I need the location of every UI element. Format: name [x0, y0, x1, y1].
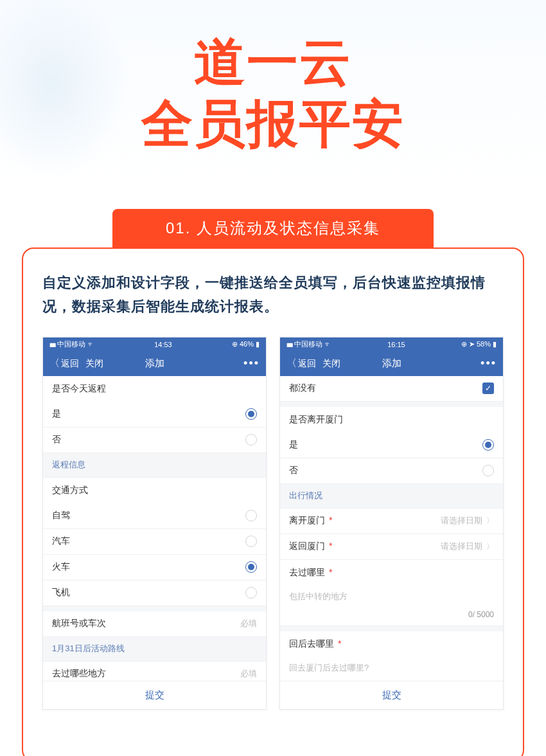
question-leave-xiamen: 是否离开厦门 — [280, 407, 503, 433]
hero-line1: 道一云 — [141, 32, 405, 93]
hero-title: 道一云 全员报平安 — [141, 32, 405, 155]
content-panel: 自定义添加和设计字段，一键推送给全员填写，后台快速监控填报情况，数据采集后智能生… — [22, 248, 524, 756]
carrier-label: 中国移动 ᯤ — [49, 339, 94, 349]
submit-button[interactable]: 提交 — [280, 681, 503, 709]
section-tab: 01. 人员流动及状态信息采集 — [112, 209, 434, 248]
chevron-left-icon: 〈 — [49, 357, 60, 370]
close-button[interactable]: 关闭 — [322, 358, 340, 370]
chevron-right-icon: 〉 — [486, 516, 494, 526]
checkbox-checked-icon: ✓ — [482, 382, 494, 394]
back-button[interactable]: 〈返回 — [49, 357, 79, 370]
status-bar: 中国移动 ᯤ 16:15 ⊕ ➤ 58% ▮ — [280, 338, 503, 352]
option-self-drive[interactable]: 自驾 — [43, 503, 266, 529]
section-intro: 自定义添加和设计字段，一键推送给全员填写，后台快速监控填报情况，数据采集后智能生… — [42, 271, 504, 319]
divider — [280, 626, 503, 631]
form-body: 都没有✓ 是否离开厦门 是 否 出行情况 离开厦门 *请选择日期〉 返回厦门 *… — [280, 376, 503, 681]
radio-icon — [482, 439, 494, 451]
phones-row: 中国移动 ᯤ 14:53 ⊕ 46% ▮ 〈返回 关闭 添加 ••• 是否今天返… — [42, 337, 504, 710]
where-visited-textarea[interactable]: 包括中转的地方 — [280, 586, 503, 606]
form-body: 是否今天返程 是 否 返程信息 交通方式 自驾 汽车 火车 飞机 航班号或车次必… — [43, 376, 266, 681]
radio-icon — [482, 465, 494, 476]
nav-bar: 〈返回 关闭 添加 ••• — [43, 352, 266, 376]
phone-right: 中国移动 ᯤ 16:15 ⊕ ➤ 58% ▮ 〈返回 关闭 添加 ••• 都没有… — [279, 337, 504, 710]
back-button[interactable]: 〈返回 — [286, 357, 316, 370]
clock: 16:15 — [387, 341, 405, 348]
after-return-textarea[interactable]: 回去厦门后去过哪里? — [280, 657, 503, 678]
radio-icon — [245, 408, 257, 420]
radio-icon — [245, 510, 257, 521]
chevron-right-icon: 〉 — [486, 541, 494, 552]
option-plane[interactable]: 飞机 — [43, 580, 266, 606]
divider — [280, 402, 503, 407]
clock: 14:53 — [154, 341, 172, 348]
char-counter: 0/ 5000 — [280, 606, 503, 626]
radio-icon — [245, 561, 257, 573]
hero-line2: 全员报平安 — [141, 93, 405, 155]
chevron-left-icon: 〈 — [286, 357, 297, 370]
section-return-info: 返程信息 — [43, 453, 266, 478]
divider — [43, 606, 266, 611]
option-none[interactable]: 都没有✓ — [280, 376, 503, 402]
radio-icon — [245, 587, 257, 598]
nav-bar: 〈返回 关闭 添加 ••• — [280, 352, 503, 376]
more-button[interactable]: ••• — [243, 357, 260, 370]
section-travel: 出行情况 — [280, 484, 503, 509]
option-no[interactable]: 否 — [280, 458, 503, 484]
option-train[interactable]: 火车 — [43, 555, 266, 580]
carrier-label: 中国移动 ᯤ — [286, 339, 331, 349]
option-yes[interactable]: 是 — [43, 402, 266, 428]
more-button[interactable]: ••• — [480, 357, 497, 370]
battery-label: ⊕ 46% ▮ — [232, 340, 260, 348]
submit-button[interactable]: 提交 — [43, 681, 266, 709]
question-return-today: 是否今天返程 — [43, 376, 266, 402]
radio-icon — [245, 434, 257, 446]
option-yes[interactable]: 是 — [280, 433, 503, 458]
battery-label: ⊕ ➤ 58% ▮ — [461, 340, 497, 348]
nav-title: 添加 — [145, 357, 164, 370]
after-return-label: 回后去哪里 * — [280, 631, 503, 657]
phone-left: 中国移动 ᯤ 14:53 ⊕ 46% ▮ 〈返回 关闭 添加 ••• 是否今天返… — [42, 337, 267, 710]
question-transport: 交通方式 — [43, 478, 266, 503]
placeholder: 包括中转的地方 — [289, 591, 348, 601]
close-button[interactable]: 关闭 — [85, 358, 103, 370]
leave-date-field[interactable]: 离开厦门 *请选择日期〉 — [280, 509, 503, 534]
placeholder: 回去厦门后去过哪里? — [289, 663, 369, 672]
where-visited-label: 去过哪里 * — [280, 560, 503, 586]
places-visited-field[interactable]: 去过哪些地方必填 — [43, 662, 266, 681]
radio-icon — [245, 536, 257, 547]
option-bus[interactable]: 汽车 — [43, 529, 266, 555]
section-route: 1月31日后活动路线 — [43, 637, 266, 662]
option-no[interactable]: 否 — [43, 428, 266, 453]
flight-number-field[interactable]: 航班号或车次必填 — [43, 611, 266, 637]
hero-banner: 道一云 全员报平安 — [0, 0, 546, 186]
nav-title: 添加 — [382, 357, 401, 370]
return-date-field[interactable]: 返回厦门 *请选择日期〉 — [280, 534, 503, 560]
status-bar: 中国移动 ᯤ 14:53 ⊕ 46% ▮ — [43, 338, 266, 352]
